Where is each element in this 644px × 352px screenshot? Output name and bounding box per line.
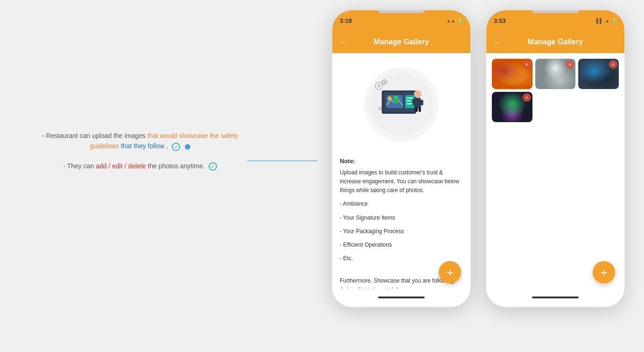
annotation-line-2: - They can add / edit / delete the photo… (19, 161, 261, 171)
svg-rect-11 (406, 103, 412, 104)
svg-rect-13 (414, 98, 421, 108)
illustration-circle (364, 67, 439, 142)
phone2-bottom-bar (486, 288, 624, 307)
phone1-time: 3:19 (340, 17, 352, 24)
phone2-wifi-icon: ▲ (605, 18, 609, 23)
gallery-grid: × × × (486, 53, 624, 128)
annotation-text-1c: guidelines (90, 142, 121, 150)
connector-line (247, 160, 317, 161)
phone1-item-etc: - Etc. (340, 254, 463, 263)
annotation-line-1: - Restaurant can upload the images that … (19, 131, 261, 152)
gallery-delete-4[interactable]: × (523, 93, 531, 102)
svg-rect-16 (415, 107, 418, 112)
phone1-navbar: ← Manage Gallery (332, 31, 470, 53)
gallery-delete-1[interactable]: × (523, 60, 531, 69)
phone2-fab-button[interactable]: + (593, 261, 615, 283)
svg-rect-10 (406, 100, 411, 102)
gallery-item-1: × (492, 59, 532, 89)
phone2-status-icons: ▌▌ ▲ 🔋 (596, 18, 617, 23)
gallery-item-4: × (492, 92, 532, 122)
phone1-item-ambiance: - Ambiance (340, 200, 463, 208)
phones-container: 3:19 ▲▲ 🔋 ← Manage Gallery (331, 9, 625, 308)
phone1-bottom-bar (332, 288, 470, 307)
phone2-nav-title: Manage Gallery (528, 38, 583, 46)
annotation-text-1d: that they follow (121, 142, 164, 150)
phone-2: 3:53 ▌▌ ▲ 🔋 ← Manage Gallery × (485, 9, 625, 308)
annotation-text-1b: that would showcase the safety (147, 132, 238, 139)
connector-dot (185, 144, 190, 150)
phone2-navbar: ← Manage Gallery (486, 31, 624, 53)
phone1-fab-icon: + (446, 266, 453, 278)
svg-rect-9 (406, 97, 413, 99)
phone1-item-packaging: - Your Packaging Process (340, 227, 463, 236)
annotation-text-1e: . (166, 142, 170, 150)
phone2-time: 3:53 (494, 17, 506, 24)
annotation-panel: - Restaurant can upload the images that … (19, 131, 261, 180)
phone1-note-title: Note: (340, 157, 463, 166)
phone1-home-bar (378, 297, 425, 298)
annotation-text-2b: add / edit / delete (96, 162, 146, 170)
phone2-back-button[interactable]: ← (493, 37, 502, 48)
phone2-content: × × × (486, 53, 624, 288)
phone2-status-bar: 3:53 ▌▌ ▲ 🔋 (486, 10, 624, 31)
svg-point-12 (414, 90, 421, 98)
annotation-text-2a: They can (67, 162, 96, 170)
phone1-fab-button[interactable]: + (439, 261, 461, 283)
upload-svg (369, 72, 434, 137)
wifi-icon: ▲▲ (446, 18, 455, 23)
svg-rect-17 (419, 107, 421, 112)
gallery-item-3: × (578, 59, 619, 89)
gallery-item-2: × (535, 59, 576, 89)
phone-1: 3:19 ▲▲ 🔋 ← Manage Gallery (331, 9, 471, 308)
svg-point-21 (384, 81, 385, 83)
annotation-text-2c: the photos anytime. (148, 162, 207, 170)
phone1-item-signature: - Your Signature Items (340, 214, 463, 222)
gallery-delete-3[interactable]: × (609, 60, 617, 69)
phone2-home-bar (532, 297, 579, 298)
phone1-note-body: Upload images to build customer's trust … (340, 168, 463, 195)
phone1-status-icons: ▲▲ 🔋 (446, 18, 463, 23)
phone2-fab-icon: + (600, 266, 607, 278)
svg-rect-15 (421, 100, 423, 105)
battery-icon: 🔋 (457, 18, 463, 23)
phone1-item-operations: - Efficient Operations (340, 241, 463, 249)
svg-rect-14 (413, 99, 415, 105)
upload-illustration (332, 53, 470, 151)
check-icon-1: ✓ (172, 143, 180, 151)
phone2-bars-icon: ▌▌ (596, 18, 603, 23)
phone1-status-bar: 3:19 ▲▲ 🔋 (332, 10, 470, 31)
svg-point-19 (378, 84, 380, 87)
check-icon-2: ✓ (209, 162, 217, 171)
dash-2: - (63, 162, 67, 170)
phone1-content: Note: Upload images to build customer's … (332, 53, 470, 288)
annotation-text-1a: Restaurant can upload the images (46, 132, 147, 139)
phone1-back-button[interactable]: ← (339, 37, 348, 48)
phone1-nav-title: Manage Gallery (374, 38, 429, 46)
phone2-battery-icon: 🔋 (611, 18, 617, 23)
